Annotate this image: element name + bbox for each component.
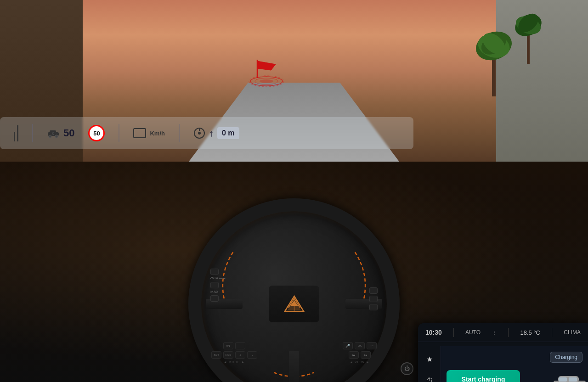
hud-divider-2 bbox=[119, 124, 119, 142]
svg-point-20 bbox=[198, 132, 201, 135]
sw-bottom-left-row2: SET RES + - bbox=[211, 351, 257, 359]
start-charging-label: Start charging bbox=[462, 376, 505, 382]
sw-btn-0-1-label: 0/1 bbox=[226, 344, 230, 347]
sw-right-btn-1[interactable] bbox=[369, 287, 378, 294]
sw-right-btn-3[interactable] bbox=[369, 304, 378, 310]
sw-next-icon: ⏭ bbox=[364, 354, 368, 357]
sw-btn-set[interactable]: SET bbox=[211, 351, 221, 359]
hud-speed-unit: Km/h bbox=[150, 130, 165, 137]
car-silhouette-icon bbox=[551, 371, 588, 382]
palm-tree bbox=[475, 14, 512, 96]
hud-overlay: ⏱ 50 50 Km/h ↑ 0 m bbox=[0, 117, 413, 149]
hud-navigation: ↑ 0 m bbox=[193, 127, 239, 139]
sw-auto-label: AUTO bbox=[210, 276, 218, 281]
sidebar-icon-clock[interactable]: ⏱ bbox=[421, 373, 438, 382]
speed-mode-icon bbox=[133, 128, 146, 138]
sw-btn-0-1[interactable]: 0/1 bbox=[223, 342, 233, 349]
cupra-logo-icon bbox=[282, 294, 307, 315]
dashboard: 10:30 18.5 C° km/h 0 99 % 545 km bbox=[0, 162, 588, 382]
steering-wheel: AUTO ⇤⇥ MAX bbox=[179, 189, 409, 382]
info-mode-dots: ⋮ bbox=[492, 330, 497, 335]
sw-max-label: MAX bbox=[210, 290, 226, 294]
svg-point-16 bbox=[49, 135, 51, 138]
infotainment-sidebar: ★ ⏱ 🔑 ⛽ ⚙ ⊙ bbox=[418, 346, 441, 382]
header-divider-2 bbox=[508, 328, 509, 337]
sw-btn-ok[interactable]: OK bbox=[355, 342, 365, 349]
svg-rect-30 bbox=[569, 377, 577, 382]
sw-btn-res-label: RES bbox=[226, 354, 231, 356]
sw-btn-mic[interactable]: 🎤 bbox=[343, 342, 353, 349]
hud-divider-1 bbox=[32, 124, 33, 142]
hud-speed-limit-sign: 50 bbox=[88, 125, 105, 141]
sw-bottom-right-row2: ⏮ ⏭ bbox=[349, 351, 371, 359]
sw-left-control-group: AUTO ⇤⇥ MAX bbox=[210, 269, 226, 302]
info-mode: AUTO bbox=[465, 329, 481, 336]
svg-point-12 bbox=[260, 79, 273, 83]
sw-bottom-left-group: 0/1 SET RES + - ◄ MODE ► bbox=[211, 342, 257, 364]
sw-btn-camera[interactable] bbox=[235, 342, 245, 349]
svg-rect-29 bbox=[559, 377, 567, 382]
sw-left-btn-sun[interactable] bbox=[210, 282, 219, 288]
sw-view-label: ◄ VIEW ► bbox=[350, 360, 370, 364]
power-button[interactable]: ⏻ bbox=[401, 362, 413, 375]
sw-bottom-right-row1: 🎤 OK ↩ bbox=[343, 342, 377, 349]
steering-wheel-center bbox=[269, 286, 319, 322]
infotainment-header: 10:30 AUTO ⋮ 18.5 °C CLIMA bbox=[418, 323, 588, 342]
steering-spoke-right bbox=[345, 299, 382, 309]
sw-btn-minus-label: - bbox=[252, 353, 253, 357]
header-divider-3 bbox=[552, 328, 552, 337]
sw-bottom-left-row1: 0/1 bbox=[223, 342, 245, 349]
sw-btn-minus[interactable]: - bbox=[247, 351, 257, 359]
sidebar-icon-star[interactable]: ★ bbox=[421, 351, 438, 367]
charging-badge-label: Charging bbox=[555, 354, 577, 360]
road-lanes-icon bbox=[14, 125, 18, 141]
steering-spoke-left: AUTO ⇤⇥ MAX bbox=[206, 299, 243, 309]
hud-vehicle-speed: ⏱ 50 bbox=[47, 127, 74, 139]
hud-divider-3 bbox=[179, 124, 180, 142]
sw-btn-set-label: SET bbox=[214, 354, 219, 356]
nav-compass-icon bbox=[193, 127, 205, 139]
sw-back-icon: ↩ bbox=[370, 344, 373, 348]
charging-badge: Charging bbox=[550, 352, 582, 363]
header-divider-1 bbox=[453, 328, 454, 337]
sw-right-buttons[interactable] bbox=[369, 287, 378, 310]
info-time: 10:30 bbox=[425, 329, 442, 336]
svg-point-17 bbox=[55, 135, 58, 138]
sw-btn-plus-label: + bbox=[239, 353, 242, 357]
sw-bottom-controls: 0/1 SET RES + - ◄ MODE ► 🎤 OK ↩ bbox=[188, 342, 400, 364]
infotainment-screen: 10:30 AUTO ⋮ 18.5 °C CLIMA ★ ⏱ 🔑 ⛽ bbox=[418, 323, 588, 382]
sw-btn-next[interactable]: ⏭ bbox=[361, 351, 371, 359]
palm-tree-2 bbox=[514, 0, 542, 64]
sw-right-btn-2[interactable] bbox=[369, 296, 378, 302]
info-section: CLIMA bbox=[564, 329, 581, 336]
hud-current-speed: 50 bbox=[63, 127, 74, 139]
hud-speed-mode: Km/h bbox=[133, 128, 165, 138]
sw-btn-plus[interactable]: + bbox=[235, 351, 245, 359]
vehicle-icon: ⏱ bbox=[47, 129, 60, 138]
info-temp: 18.5 °C bbox=[520, 329, 540, 336]
car-thumbnail bbox=[551, 371, 588, 382]
nav-arrow-icon: ↑ bbox=[209, 128, 214, 139]
svg-text:⏱: ⏱ bbox=[52, 132, 55, 135]
sw-left-btn-1[interactable] bbox=[210, 269, 219, 275]
clock-icon: ⏱ bbox=[426, 377, 433, 382]
sw-btn-res[interactable]: RES bbox=[223, 351, 233, 359]
sw-btn-prev[interactable]: ⏮ bbox=[349, 351, 359, 359]
start-charging-button[interactable]: Start charging bbox=[447, 370, 520, 382]
sw-left-buttons[interactable]: AUTO ⇤⇥ MAX bbox=[210, 269, 226, 302]
power-icon: ⏻ bbox=[404, 365, 410, 372]
sw-mode-label: ◄ MODE ► bbox=[224, 360, 245, 364]
sw-left-btn-3[interactable] bbox=[210, 295, 219, 302]
hud-speed-limit-value: 50 bbox=[93, 130, 100, 137]
sw-btn-back[interactable]: ↩ bbox=[367, 342, 377, 349]
sw-bottom-right-group: 🎤 OK ↩ ⏮ ⏭ ◄ VIEW ► bbox=[343, 342, 377, 364]
sw-btn-ok-label: OK bbox=[358, 344, 362, 347]
infotainment-main-content: Charging Start charging bbox=[441, 346, 588, 382]
sw-arrows-label: ⇤⇥ bbox=[219, 276, 226, 281]
ar-destination-flag bbox=[246, 53, 287, 94]
sw-prev-icon: ⏮ bbox=[352, 354, 356, 357]
star-icon: ★ bbox=[426, 355, 433, 364]
hud-distance-value: 0 m bbox=[217, 127, 239, 139]
sw-mic-icon: 🎤 bbox=[345, 344, 350, 348]
